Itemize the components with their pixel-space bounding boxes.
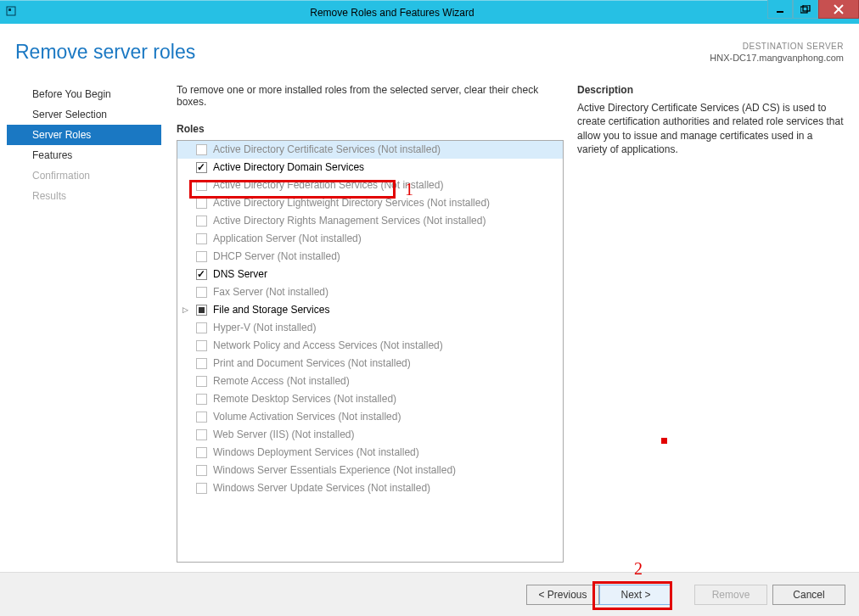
svg-rect-4 [803, 5, 810, 11]
minimize-button[interactable] [767, 0, 793, 19]
role-checkbox [196, 394, 207, 405]
close-button[interactable] [818, 0, 859, 19]
previous-button[interactable]: < Previous [526, 585, 599, 605]
role-label: DNS Server [213, 267, 267, 282]
button-bar: < Previous Next > Remove Cancel [0, 572, 859, 616]
nav-item[interactable]: Features [7, 145, 161, 165]
role-label: Remote Access (Not installed) [213, 374, 350, 389]
role-label: Web Server (IIS) (Not installed) [213, 428, 355, 442]
role-row[interactable]: Active Directory Certificate Services (N… [177, 141, 563, 159]
role-label: Network Policy and Access Services (Not … [213, 339, 443, 353]
nav-item[interactable]: Server Selection [7, 104, 161, 125]
titlebar[interactable]: Remove Roles and Features Wizard [0, 0, 859, 24]
role-label: Active Directory Domain Services [213, 160, 364, 175]
role-row[interactable]: Application Server (Not installed) [177, 230, 563, 248]
role-label: Print and Document Services (Not install… [213, 356, 411, 371]
role-label: Volume Activation Services (Not installe… [213, 410, 401, 424]
role-checkbox [196, 144, 207, 155]
content-area: Remove server roles DESTINATION SERVER H… [0, 24, 859, 572]
role-checkbox [196, 483, 207, 494]
role-row[interactable]: Active Directory Domain Services [177, 159, 563, 176]
next-button[interactable]: Next > [599, 585, 672, 605]
role-checkbox [196, 376, 207, 387]
destination-value: HNX-DC17.mangvanphong.com [710, 52, 844, 64]
role-checkbox [196, 412, 207, 423]
app-icon [5, 5, 17, 20]
destination-label: DESTINATION SERVER [710, 41, 844, 52]
role-checkbox [196, 358, 207, 369]
role-label: File and Storage Services [213, 303, 329, 317]
nav-item[interactable]: Server Roles [7, 125, 161, 145]
instruction-text: To remove one or more installed roles fr… [177, 84, 564, 108]
role-row[interactable]: Windows Deployment Services (Not install… [177, 444, 563, 462]
role-checkbox [196, 251, 207, 262]
svg-rect-3 [800, 7, 807, 13]
expand-icon[interactable]: ▷ [182, 303, 188, 317]
role-checkbox [196, 180, 207, 191]
role-row[interactable]: Windows Server Update Services (Not inst… [177, 479, 563, 497]
role-checkbox [196, 447, 207, 458]
role-row[interactable]: DNS Server [177, 266, 563, 283]
role-checkbox [196, 233, 207, 244]
role-checkbox[interactable] [196, 162, 207, 173]
role-checkbox [196, 216, 207, 227]
role-label: Active Directory Rights Management Servi… [213, 214, 486, 228]
role-row[interactable]: ▷File and Storage Services [177, 301, 563, 319]
role-row[interactable]: Fax Server (Not installed) [177, 283, 563, 301]
role-row[interactable]: Active Directory Federation Services (No… [177, 176, 563, 194]
role-label: Windows Server Update Services (Not inst… [213, 481, 430, 496]
role-row[interactable]: Volume Activation Services (Not installe… [177, 408, 563, 426]
annotation-dot [661, 438, 667, 444]
svg-rect-1 [8, 8, 11, 11]
destination-block: DESTINATION SERVER HNX-DC17.mangvanphong… [710, 41, 844, 64]
role-label: Windows Server Essentials Experience (No… [213, 463, 456, 478]
role-label: Active Directory Certificate Services (N… [213, 143, 441, 157]
annotation-label-2: 2 [634, 559, 643, 579]
nav-item: Results [7, 186, 161, 206]
role-checkbox [196, 429, 207, 440]
roles-label: Roles [177, 123, 564, 135]
window-controls [767, 1, 859, 24]
role-row[interactable]: Active Directory Rights Management Servi… [177, 212, 563, 230]
role-row[interactable]: Active Directory Lightweight Directory S… [177, 194, 563, 212]
role-label: DHCP Server (Not installed) [213, 249, 340, 264]
remove-button: Remove [694, 585, 767, 605]
window-title: Remove Roles and Features Wizard [17, 7, 767, 19]
role-checkbox [196, 465, 207, 476]
role-row[interactable]: DHCP Server (Not installed) [177, 248, 563, 266]
role-checkbox[interactable] [196, 305, 207, 316]
nav-item: Confirmation [7, 165, 161, 186]
role-label: Windows Deployment Services (Not install… [213, 445, 419, 460]
side-nav: Before You BeginServer SelectionServer R… [0, 84, 161, 563]
role-row[interactable]: Network Policy and Access Services (Not … [177, 337, 563, 355]
role-checkbox [196, 198, 207, 209]
nav-item[interactable]: Before You Begin [7, 84, 161, 104]
maximize-button[interactable] [793, 0, 818, 19]
role-label: Application Server (Not installed) [213, 232, 362, 246]
description-label: Description [577, 84, 844, 96]
page-title: Remove server roles [15, 41, 195, 64]
role-row[interactable]: Hyper-V (Not installed) [177, 319, 563, 337]
role-row[interactable]: Web Server (IIS) (Not installed) [177, 426, 563, 444]
role-label: Hyper-V (Not installed) [213, 321, 316, 335]
role-label: Fax Server (Not installed) [213, 285, 328, 300]
role-row[interactable]: Remote Desktop Services (Not installed) [177, 390, 563, 408]
role-row[interactable]: Windows Server Essentials Experience (No… [177, 462, 563, 479]
annotation-label-1: 1 [405, 180, 413, 199]
description-text: Active Directory Certificate Services (A… [577, 101, 844, 156]
role-checkbox[interactable] [196, 269, 207, 280]
role-checkbox [196, 287, 207, 298]
role-checkbox [196, 322, 207, 333]
roles-list[interactable]: Active Directory Certificate Services (N… [177, 140, 564, 563]
cancel-button[interactable]: Cancel [772, 585, 845, 605]
role-checkbox [196, 340, 207, 351]
role-row[interactable]: Print and Document Services (Not install… [177, 355, 563, 372]
role-row[interactable]: Remote Access (Not installed) [177, 372, 563, 390]
role-label: Remote Desktop Services (Not installed) [213, 392, 396, 406]
role-label: Active Directory Lightweight Directory S… [213, 196, 490, 210]
